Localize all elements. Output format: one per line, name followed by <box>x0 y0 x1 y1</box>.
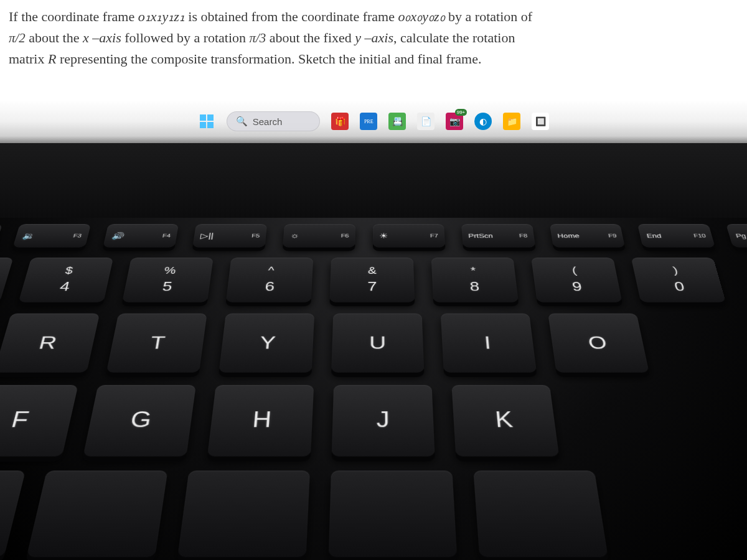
key-u[interactable]: U <box>331 314 424 373</box>
play-pause-icon: ▷|| <box>200 231 214 240</box>
key-f3[interactable]: 🔉F3 <box>12 224 90 248</box>
key-label: F5 <box>251 233 260 238</box>
key-label: F9 <box>608 233 617 238</box>
text: If the coordinate frame <box>9 9 138 24</box>
key-f[interactable]: F <box>0 385 78 457</box>
windows-logo-icon <box>200 114 214 128</box>
taskbar-app-1[interactable]: 🎁 <box>331 113 349 130</box>
volume-down-icon: 🔉 <box>21 231 36 240</box>
key-5[interactable]: %5 <box>122 258 213 302</box>
key-letter: I <box>483 332 491 353</box>
matrix-R-symbol: R <box>48 51 56 67</box>
key-number: 5 <box>161 279 173 294</box>
key-label: F6 <box>341 233 349 238</box>
text: matrix <box>9 51 48 67</box>
screen-bezel <box>0 143 747 218</box>
taskbar-app-2[interactable]: PRE <box>360 113 377 130</box>
key-letter: F <box>9 407 32 432</box>
key-g[interactable]: G <box>83 385 196 457</box>
text: is obtained from the coordinate frame <box>185 9 398 24</box>
key-letter: U <box>369 332 386 353</box>
key-y[interactable]: Y <box>219 314 315 373</box>
text: about the <box>26 30 83 45</box>
key-symbol: ) <box>672 265 679 276</box>
key-8[interactable]: *8 <box>431 258 519 302</box>
x-axis-label: x –axis <box>83 30 121 45</box>
key-7[interactable]: &7 <box>329 258 415 302</box>
key-bottom-3[interactable] <box>177 470 310 557</box>
key-bottom-5[interactable] <box>473 470 608 557</box>
keyboard-photo: F2 🔉F3 🔊F4 ▷||F5 ☼F6 ☀F7 PrtScnF8 HomeF9… <box>0 143 747 560</box>
key-letter: O <box>586 332 608 353</box>
text: by a rotation of <box>445 9 533 24</box>
key-o[interactable]: O <box>548 314 649 373</box>
start-button[interactable] <box>198 113 215 130</box>
search-icon: 🔍 <box>236 116 248 127</box>
key-letter: J <box>377 407 390 432</box>
key-bottom-1[interactable] <box>0 470 26 557</box>
taskbar-app-3[interactable]: 📇 <box>388 113 406 130</box>
key-6[interactable]: ^6 <box>226 258 313 302</box>
key-f10[interactable]: EndF10 <box>637 224 715 248</box>
key-number: 6 <box>265 279 275 294</box>
text: followed by a rotation <box>121 30 250 45</box>
key-letter: R <box>37 332 59 353</box>
key-f8[interactable]: PrtScnF8 <box>461 224 535 248</box>
key-symbol: & <box>368 265 377 276</box>
key-f6[interactable]: ☼F6 <box>283 224 355 248</box>
key-label: F7 <box>430 233 438 238</box>
y-axis-label: y –axis <box>355 30 393 45</box>
key-3[interactable]: #3 <box>0 258 14 302</box>
key-f4[interactable]: 🔊F4 <box>103 224 179 248</box>
home-label: Home <box>557 232 580 239</box>
key-letter: Y <box>259 332 276 353</box>
text: , calculate the rotation <box>393 30 515 45</box>
key-f11[interactable]: Pg <box>726 224 747 248</box>
asdf-row: D F G H J K <box>0 385 747 457</box>
key-letter: K <box>494 407 514 432</box>
key-k[interactable]: K <box>451 385 559 457</box>
key-r[interactable]: R <box>0 314 100 373</box>
end-label: End <box>646 232 662 239</box>
key-bottom-2[interactable] <box>27 470 168 557</box>
key-symbol: * <box>470 265 476 276</box>
key-symbol: ^ <box>268 265 275 276</box>
key-f7[interactable]: ☀F7 <box>373 224 445 248</box>
angle-pi-over-3: π/3 <box>250 30 266 45</box>
key-9[interactable]: (9 <box>531 258 622 302</box>
key-i[interactable]: I <box>441 314 537 373</box>
frame0-symbol: o₀x₀y₀z₀ <box>398 9 444 24</box>
key-0[interactable]: )0 <box>631 258 726 302</box>
key-f5[interactable]: ▷||F5 <box>193 224 268 248</box>
file-explorer-icon[interactable]: 📁 <box>503 113 520 130</box>
key-symbol: $ <box>64 265 74 276</box>
key-number: 4 <box>59 279 72 294</box>
key-h[interactable]: H <box>207 385 314 457</box>
key-f9[interactable]: HomeF9 <box>550 224 626 248</box>
taskbar-app-5[interactable]: 📷 <box>446 113 463 130</box>
key-label: F10 <box>693 233 707 238</box>
taskbar-search[interactable]: 🔍 Search <box>227 111 321 131</box>
laptop-screen: If the coordinate frame o₁x₁y₁z₁ is obta… <box>0 0 747 143</box>
key-label: F3 <box>73 233 82 238</box>
key-t[interactable]: T <box>106 314 207 373</box>
text: about the fixed <box>266 30 355 45</box>
windows-taskbar: 🔍 Search 🎁 PRE 📇 📄 📷 ◐ 📁 🔲 <box>0 107 747 136</box>
key-number: 0 <box>673 279 686 294</box>
brightness-down-icon: ☼ <box>289 231 299 240</box>
key-4[interactable]: $4 <box>19 258 114 302</box>
key-bottom-4[interactable] <box>329 470 457 557</box>
taskbar-app-7[interactable]: 🔲 <box>532 113 549 130</box>
key-f2[interactable]: F2 <box>0 224 2 248</box>
key-j[interactable]: J <box>332 385 435 457</box>
key-label: F8 <box>519 233 528 238</box>
key-number: 8 <box>469 279 480 294</box>
angle-pi-over-2: π/2 <box>9 30 26 45</box>
number-key-row: #3 $4 %5 ^6 &7 *8 (9 )0 <box>0 258 747 302</box>
key-number: 7 <box>367 279 377 294</box>
key-label: F4 <box>162 233 171 238</box>
taskbar-app-4[interactable]: 📄 <box>417 113 435 130</box>
taskbar-app-6[interactable]: ◐ <box>474 113 492 130</box>
key-number: 9 <box>571 279 583 294</box>
bottom-row <box>0 470 747 557</box>
